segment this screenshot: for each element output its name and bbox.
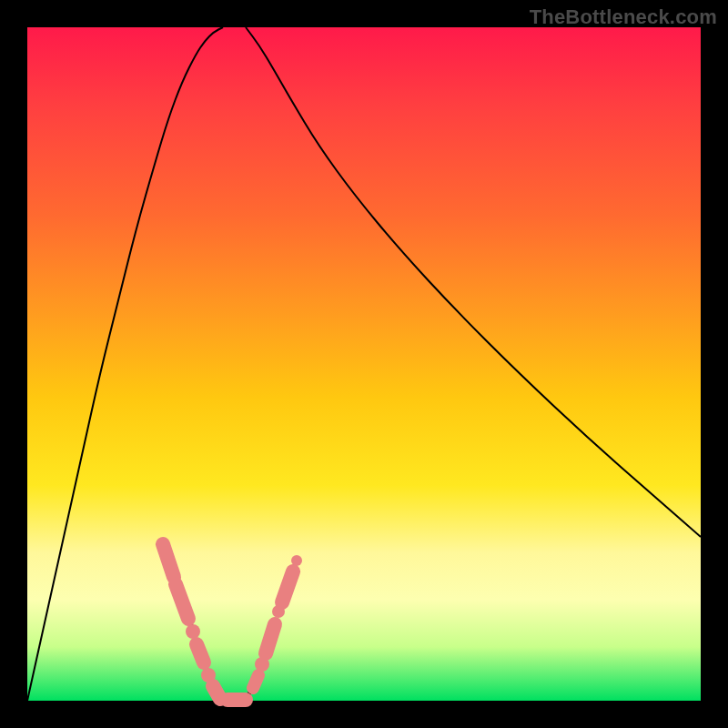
- curve-right-curve: [246, 27, 701, 537]
- data-marker-capsule: [266, 624, 275, 653]
- chart-overlay: [27, 27, 701, 701]
- data-marker-capsule: [176, 584, 188, 619]
- data-marker-capsule: [197, 644, 204, 662]
- data-marker-dot: [186, 624, 200, 639]
- marker-layer: [163, 544, 302, 702]
- data-marker-capsule: [163, 544, 174, 577]
- data-marker-capsule: [253, 675, 258, 688]
- data-marker-capsule: [282, 571, 293, 602]
- data-marker-dot: [291, 555, 302, 566]
- watermark-text: TheBottleneck.com: [530, 5, 717, 29]
- data-marker-capsule: [213, 686, 220, 699]
- curve-left-curve: [27, 27, 223, 701]
- curve-layer: [27, 27, 701, 701]
